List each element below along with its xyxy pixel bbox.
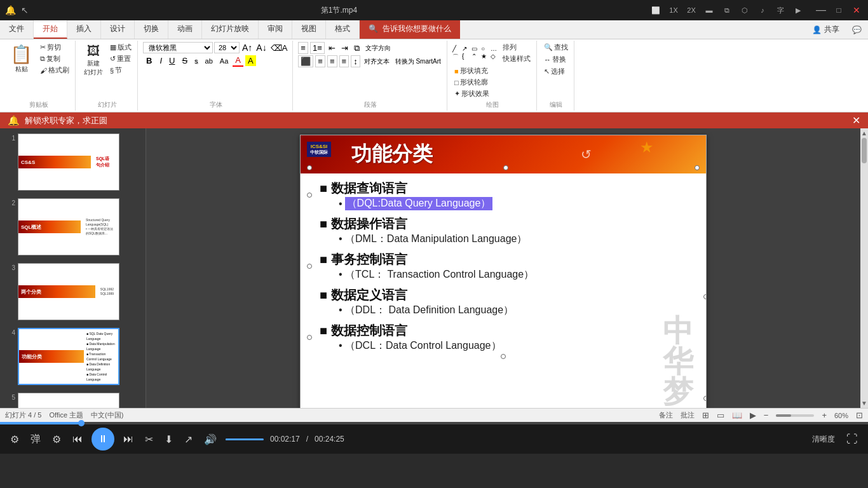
comments-button[interactable]: 批注 bbox=[681, 410, 695, 420]
font-size-select[interactable]: 28 bbox=[214, 42, 240, 53]
highlight-button[interactable]: A bbox=[245, 55, 256, 66]
shape-rect[interactable]: ▭ bbox=[471, 45, 480, 52]
refresh-icon[interactable]: ↺ bbox=[581, 147, 592, 162]
volume-icon[interactable]: 🔊 bbox=[201, 431, 219, 448]
tab-animation[interactable]: 动画 bbox=[168, 20, 202, 39]
copy-button[interactable]: ⧉ 复制 bbox=[38, 53, 71, 64]
align-center-button[interactable]: ≡ bbox=[315, 55, 325, 67]
indent-more-button[interactable]: ⇥ bbox=[339, 43, 350, 53]
tab-review[interactable]: 审阅 bbox=[259, 20, 292, 39]
numbering-button[interactable]: 1≡ bbox=[310, 42, 325, 54]
tab-home[interactable]: 开始 bbox=[34, 20, 67, 39]
format-painter-button[interactable]: 🖌 格式刷 bbox=[38, 65, 71, 76]
find-button[interactable]: 🔍 查找 bbox=[542, 42, 570, 53]
scrollbar-up[interactable]: ▲ bbox=[861, 130, 867, 137]
tab-design[interactable]: 设计 bbox=[101, 20, 135, 39]
close-button[interactable]: ✕ bbox=[850, 4, 863, 17]
align-left-button[interactable]: ⬛ bbox=[298, 55, 313, 67]
clarity-button[interactable]: 清晰度 bbox=[810, 431, 837, 447]
shape-star[interactable]: ★ bbox=[481, 53, 490, 62]
1x-button[interactable]: 1X bbox=[667, 4, 680, 17]
minimize-button[interactable]: — bbox=[815, 4, 827, 17]
download-button[interactable]: ⬇ bbox=[162, 431, 175, 448]
shadow-button[interactable]: s bbox=[192, 57, 201, 65]
shape-outline-button[interactable]: □ 形状轮廓 bbox=[452, 77, 491, 88]
screenshot-icon[interactable]: ⬡ bbox=[738, 4, 751, 17]
new-slide-button[interactable]: 🖼 新建幻灯片 bbox=[81, 42, 106, 79]
replace-button[interactable]: ↔ 替换 bbox=[542, 54, 568, 65]
shape-fill-button[interactable]: ■ 形状填充 bbox=[452, 65, 491, 76]
bell-icon[interactable]: 🔔 bbox=[5, 5, 16, 15]
text-direction-button[interactable]: 文字方向 bbox=[363, 43, 393, 53]
arrange-button[interactable]: 排列 bbox=[501, 42, 532, 53]
pip-icon[interactable]: ⧉ bbox=[721, 4, 733, 17]
section-button[interactable]: § 节 bbox=[108, 65, 133, 76]
zoom-out[interactable]: − bbox=[764, 410, 769, 420]
slide-thumb-3[interactable]: 3 两个分类 SQL1992 SQL1999 bbox=[3, 261, 143, 323]
view-reading[interactable]: 📖 bbox=[732, 410, 742, 420]
cursor-icon[interactable]: ↖ bbox=[21, 5, 29, 15]
tab-format[interactable]: 格式 bbox=[326, 20, 360, 39]
danmaku-settings-button[interactable]: ⚙ bbox=[50, 431, 64, 448]
bullets-button[interactable]: ≡ bbox=[298, 42, 308, 54]
shape-oval[interactable]: ○ bbox=[481, 45, 490, 52]
shape-chevron[interactable]: ⌃ bbox=[471, 53, 480, 62]
player-settings-button[interactable]: ⚙ bbox=[8, 431, 22, 448]
slide-thumb-5[interactable]: 5 最重要的任务技巧 • TCL如何理解语句... bbox=[3, 390, 143, 408]
tab-insert[interactable]: 插入 bbox=[67, 20, 101, 39]
comment-button[interactable]: 💬 bbox=[846, 20, 868, 39]
right-scrollbar[interactable]: ▲ ▼ bbox=[860, 128, 868, 408]
view-slide[interactable]: ▭ bbox=[717, 410, 724, 420]
prev-button[interactable]: ⏮ bbox=[70, 431, 85, 447]
cut-button[interactable]: ✂ bbox=[142, 431, 156, 448]
convert-smartart-button[interactable]: 转换为 SmartArt bbox=[393, 57, 443, 67]
2x-button[interactable]: 2X bbox=[685, 4, 698, 17]
slide-thumb-1[interactable]: 1 CS&S SQL语句介绍 bbox=[3, 131, 143, 193]
layout-button[interactable]: ▦ 版式 bbox=[108, 42, 133, 53]
font-shrink-button[interactable]: A↓ bbox=[255, 42, 268, 53]
tab-view[interactable]: 视图 bbox=[292, 20, 326, 39]
cut-button[interactable]: ✂ 剪切 bbox=[38, 42, 71, 53]
next-button[interactable]: ⏭ bbox=[121, 431, 136, 447]
font-name-select[interactable]: 微软雅黑 bbox=[143, 42, 213, 53]
play-icon[interactable]: ▶ bbox=[792, 4, 804, 17]
strikethrough-button[interactable]: S bbox=[179, 55, 190, 66]
maximize-button[interactable]: □ bbox=[832, 4, 845, 17]
announce-close-button[interactable]: ✕ bbox=[852, 114, 860, 126]
audio-icon[interactable]: ♪ bbox=[756, 4, 769, 17]
font-icon[interactable]: 字 bbox=[774, 4, 787, 17]
scrollbar-thumb[interactable] bbox=[862, 138, 867, 163]
quick-styles-button[interactable]: 快速样式 bbox=[501, 53, 532, 64]
shape-more[interactable]: … bbox=[491, 45, 499, 52]
indent-less-button[interactable]: ⇤ bbox=[327, 43, 337, 53]
font-grow-button[interactable]: A↑ bbox=[241, 42, 254, 53]
tab-slideshow[interactable]: 幻灯片放映 bbox=[202, 20, 259, 39]
font-color-button[interactable]: A bbox=[233, 55, 243, 67]
volume-slider[interactable] bbox=[226, 438, 264, 440]
select-button[interactable]: ↖ 选择 bbox=[542, 66, 567, 77]
line-spacing-button[interactable]: ↕ bbox=[351, 55, 360, 67]
shape-arrow[interactable]: ↗ bbox=[462, 45, 471, 52]
align-right-button[interactable]: ≡ bbox=[327, 55, 337, 67]
view-slideshow[interactable]: ▶ bbox=[750, 410, 756, 420]
danmaku-button[interactable]: 弹 bbox=[28, 430, 43, 449]
fullscreen-right-button[interactable]: ↗ bbox=[182, 431, 195, 448]
notes-button[interactable]: 备注 bbox=[659, 410, 673, 420]
clear-format-button[interactable]: ⌫A bbox=[269, 43, 289, 53]
tab-transition[interactable]: 切换 bbox=[135, 20, 168, 39]
shape-line[interactable]: ╱ bbox=[452, 45, 461, 52]
fit-page-button[interactable]: ⊡ bbox=[856, 410, 863, 420]
progress-bar[interactable] bbox=[0, 422, 868, 424]
share-button[interactable]: 👤 共享 bbox=[806, 20, 846, 39]
case-button[interactable]: Aa bbox=[217, 57, 231, 65]
char-spacing-button[interactable]: ab bbox=[203, 57, 215, 65]
play-pause-button[interactable]: ⏸ bbox=[92, 428, 114, 451]
shape-curve[interactable]: ⌒ bbox=[452, 53, 461, 62]
slide-thumb-2[interactable]: 2 SQL概述 Structured Query Language(SQL) •… bbox=[3, 196, 143, 258]
fullscreen-button[interactable]: ⛶ bbox=[844, 430, 860, 449]
bold-button[interactable]: B bbox=[143, 55, 155, 67]
zoom-slider[interactable] bbox=[776, 414, 814, 417]
shape-effects-button[interactable]: ✦ 形状效果 bbox=[452, 88, 491, 99]
restore-icon[interactable]: ⬜ bbox=[649, 4, 662, 17]
columns-button[interactable]: ⧉ bbox=[352, 43, 362, 54]
